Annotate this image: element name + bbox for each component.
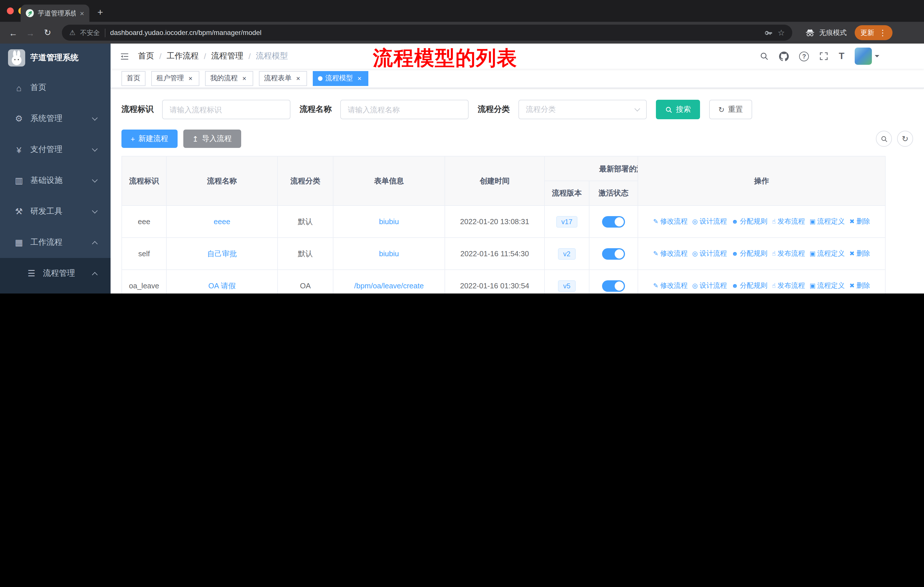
search-icon[interactable]: [760, 51, 769, 61]
tab-strip: 芋道管理系统 × +: [0, 0, 924, 22]
process-key-input[interactable]: [162, 100, 290, 119]
model-name-link[interactable]: 自己审批: [207, 249, 237, 258]
category-select[interactable]: 流程分类: [518, 100, 647, 119]
action-label: 流程定义: [817, 249, 845, 259]
created-time: 2022-01-16 01:30:54: [460, 281, 529, 290]
col-header-version: 流程版本: [544, 181, 589, 205]
search-button[interactable]: 搜索: [656, 100, 700, 119]
sidebar-item-infrastructure[interactable]: ▥基础设施: [0, 165, 111, 196]
sidebar-collapse-icon[interactable]: [120, 51, 129, 61]
active-toggle[interactable]: [602, 280, 625, 291]
action-definition[interactable]: ▣流程定义: [809, 281, 845, 291]
url-bar[interactable]: ⚠ 不安全 dashboard.yudao.iocoder.cn/bpm/man…: [62, 25, 792, 41]
help-icon[interactable]: ?: [799, 51, 809, 61]
model-name-link[interactable]: OA 请假: [208, 281, 236, 290]
action-deploy[interactable]: ☝发布流程: [772, 249, 805, 259]
action-label: 删除: [856, 281, 870, 291]
forward-button[interactable]: →: [23, 28, 38, 38]
back-button[interactable]: ←: [6, 28, 21, 38]
active-toggle[interactable]: [602, 248, 625, 260]
action-deploy[interactable]: ☝发布流程: [772, 281, 805, 291]
form-info-link[interactable]: biubiu: [379, 217, 399, 226]
refresh-table-button[interactable]: ↻: [897, 131, 913, 147]
top-navbar: 首页/工作流程/流程管理/流程模型 ? T: [111, 43, 924, 69]
action-design[interactable]: ◎设计流程: [692, 249, 727, 259]
action-delete[interactable]: ✖删除: [849, 249, 870, 259]
key-icon[interactable]: [764, 28, 773, 37]
model-name-link[interactable]: eeee: [214, 217, 230, 226]
tag-tenant[interactable]: 租户管理×: [151, 71, 200, 86]
breadcrumb-item[interactable]: 首页: [138, 51, 154, 61]
sidebar-item-workflow[interactable]: ▦工作流程: [0, 227, 111, 258]
sidebar-item-devtools[interactable]: ⚒研发工具: [0, 196, 111, 227]
action-assign[interactable]: ☻分配规则: [731, 217, 767, 227]
action-design[interactable]: ◎设计流程: [692, 217, 727, 227]
sidebar-item-process-form[interactable]: ▤流程表单: [0, 289, 111, 293]
menu-kebab-icon[interactable]: ⋮: [879, 28, 887, 37]
action-modify[interactable]: ✎修改流程: [653, 281, 687, 291]
action-modify[interactable]: ✎修改流程: [653, 217, 687, 227]
form-info-link[interactable]: biubiu: [379, 250, 399, 258]
filter-form: 流程标识 流程名称 流程分类 流程分类 搜索 ↻ 重置: [121, 100, 913, 119]
annotation-text: 流程模型的列表: [373, 45, 517, 72]
logo[interactable]: 芋道管理系统: [0, 43, 111, 72]
sidebar-item-payment[interactable]: ¥支付管理: [0, 134, 111, 165]
action-definition[interactable]: ▣流程定义: [809, 249, 845, 259]
update-button[interactable]: 更新 ⋮: [855, 25, 893, 40]
definition-icon: ▣: [809, 282, 815, 290]
reload-button[interactable]: ↻: [40, 28, 55, 38]
tag-close-icon[interactable]: ×: [241, 74, 248, 82]
tag-my-process[interactable]: 我的流程×: [205, 71, 253, 86]
tag-close-icon[interactable]: ×: [294, 74, 302, 82]
tab-close-icon[interactable]: ×: [80, 9, 84, 18]
refresh-icon: ↻: [718, 105, 724, 114]
row-operations: ✎修改流程◎设计流程☻分配规则☝发布流程▣流程定义✖删除: [638, 205, 885, 238]
action-definition[interactable]: ▣流程定义: [809, 217, 845, 227]
delete-icon: ✖: [849, 282, 855, 290]
reset-button[interactable]: ↻ 重置: [709, 100, 752, 119]
action-delete[interactable]: ✖删除: [849, 281, 870, 291]
filter-label-process-key: 流程标识: [121, 104, 153, 115]
active-toggle[interactable]: [602, 216, 625, 227]
breadcrumb-item[interactable]: 工作流程: [167, 51, 199, 61]
action-deploy[interactable]: ☝发布流程: [772, 217, 805, 227]
tag-process-model[interactable]: 流程模型×: [313, 71, 368, 86]
action-label: 发布流程: [777, 281, 805, 291]
tag-close-icon[interactable]: ×: [356, 74, 363, 82]
sidebar-item-home[interactable]: ⌂首页: [0, 72, 111, 103]
url-text: dashboard.yudao.iocoder.cn/bpm/manager/m…: [110, 29, 261, 37]
action-modify[interactable]: ✎修改流程: [653, 249, 687, 259]
new-tab-button[interactable]: +: [94, 7, 107, 18]
browser-tab[interactable]: 芋道管理系统 ×: [21, 5, 89, 22]
sidebar-item-system[interactable]: ⚙系统管理: [0, 103, 111, 134]
bookmark-star-icon[interactable]: ☆: [778, 28, 785, 37]
active-dot: [318, 76, 322, 81]
process-model-table: 流程标识 流程名称 流程分类 表单信息 创建时间 最新部署的流程定义 操作 流程…: [121, 156, 886, 293]
edit-icon: ✎: [653, 282, 658, 290]
fullscreen-icon[interactable]: [819, 51, 828, 61]
import-process-button[interactable]: ↥ 导入流程: [183, 129, 241, 148]
version-tag: v2: [558, 248, 576, 260]
avatar-image: [855, 48, 872, 65]
action-assign[interactable]: ☻分配规则: [731, 281, 767, 291]
action-delete[interactable]: ✖删除: [849, 217, 870, 227]
tag-process-form[interactable]: 流程表单×: [259, 71, 307, 86]
tag-close-icon[interactable]: ×: [187, 74, 194, 82]
font-size-icon[interactable]: T: [839, 51, 844, 61]
reset-button-label: 重置: [728, 104, 743, 115]
breadcrumb-item[interactable]: 流程管理: [211, 51, 243, 61]
github-icon[interactable]: [779, 51, 789, 61]
tag-label: 我的流程: [210, 73, 238, 83]
action-assign[interactable]: ☻分配规则: [731, 249, 767, 258]
create-process-button[interactable]: + 新建流程: [121, 129, 177, 148]
sidebar-item-process-mgmt[interactable]: ☰流程管理: [0, 258, 111, 289]
toggle-search-button[interactable]: [876, 131, 892, 147]
tag-home[interactable]: 首页: [121, 71, 145, 86]
window-close-button[interactable]: [7, 7, 14, 14]
delete-icon: ✖: [849, 250, 855, 258]
user-avatar[interactable]: [855, 48, 879, 65]
action-design[interactable]: ◎设计流程: [692, 281, 727, 291]
process-name-input[interactable]: [340, 100, 469, 119]
form-info-link[interactable]: /bpm/oa/leave/create: [354, 281, 424, 290]
app: 芋道管理系统 ⌂首页⚙系统管理¥支付管理▥基础设施⚒研发工具▦工作流程☰流程管理…: [0, 43, 924, 293]
